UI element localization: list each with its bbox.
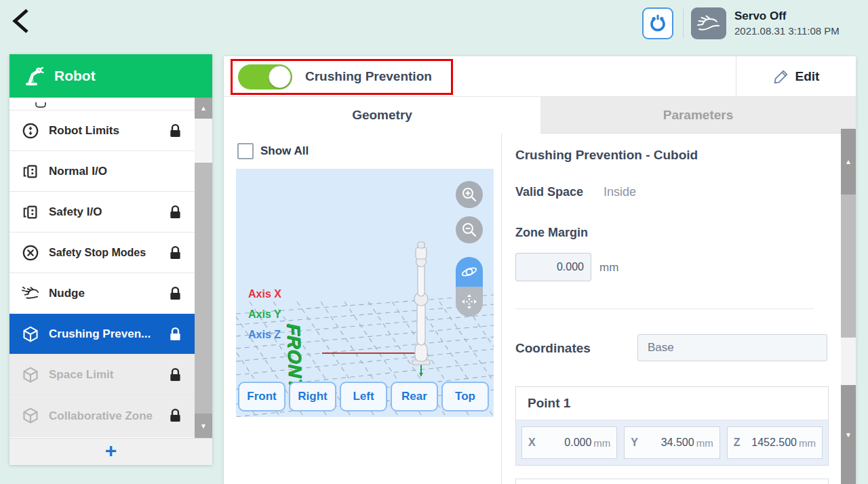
back-button[interactable] — [9, 7, 39, 38]
show-all-checkbox[interactable] — [237, 143, 254, 159]
scroll-up-button[interactable]: ▲ — [841, 129, 856, 195]
scrollbar-thumb[interactable] — [841, 195, 856, 338]
main-panel: Crushing Prevention Edit Geometry Parame… — [224, 56, 856, 484]
valid-space-label: Valid Space — [515, 185, 583, 199]
toggle-knob — [269, 66, 291, 88]
point1-z-field[interactable]: Z 1452.500 mm — [727, 426, 823, 459]
lock-icon — [167, 122, 184, 140]
partial-icon — [35, 102, 46, 108]
gripper-tool-button[interactable] — [642, 7, 673, 39]
hand-guide-icon — [696, 14, 721, 34]
lock-icon — [167, 325, 184, 343]
zone-margin-input[interactable]: 0.000 — [515, 253, 591, 281]
orbit-pan-control — [456, 257, 483, 317]
cube-icon — [22, 407, 39, 424]
zoom-out-icon — [461, 222, 477, 238]
servo-status: Servo Off — [734, 9, 787, 23]
lock-icon — [167, 244, 184, 262]
add-zone-button[interactable]: + — [9, 438, 212, 465]
robot-arm-icon — [24, 66, 45, 86]
zoom-in-icon — [461, 186, 477, 203]
sidebar-item-space-limit[interactable]: Space Limit — [9, 355, 212, 395]
lock-icon — [167, 407, 184, 424]
gripper-icon — [647, 13, 669, 35]
back-chevron-icon — [9, 7, 33, 34]
coordinates-select[interactable]: Base — [637, 334, 827, 361]
lock-icon — [167, 285, 184, 302]
sidebar-item-safety-stop-modes[interactable]: Safety Stop Modes — [9, 233, 212, 273]
stop-circle-icon — [22, 244, 39, 262]
zone-margin-unit: mm — [599, 261, 618, 275]
valid-space-value: Inside — [604, 185, 636, 199]
zoom-out-button[interactable] — [456, 216, 483, 243]
details-divider — [515, 308, 814, 309]
tab-geometry[interactable]: Geometry — [224, 97, 540, 134]
sidebar-title: Robot — [54, 68, 96, 84]
tab-bar: Geometry Parameters — [224, 97, 856, 134]
crushing-prevention-toggle[interactable] — [238, 64, 292, 89]
3d-viewport[interactable]: Axis X Axis Y Axis Z FRONT — [236, 169, 494, 417]
details-column: Crushing Prevention - Cuboid Valid Space… — [502, 134, 841, 484]
cube-icon — [22, 325, 39, 343]
point1-card: Point 1 X 0.000 mm Y 34.500 mm Z 1452.50 — [515, 386, 829, 466]
sidebar-item-partial[interactable] — [9, 98, 212, 110]
sidebar-item-crushing-prevention[interactable]: Crushing Preven... — [9, 314, 212, 355]
point1-x-field[interactable]: X 0.000 mm — [521, 426, 617, 459]
scroll-down-button[interactable]: ▼ — [195, 414, 212, 438]
main-header: Crushing Prevention Edit — [224, 56, 856, 97]
show-all-label: Show All — [260, 144, 309, 158]
axis-y-label: Axis Y — [248, 308, 281, 321]
view-top-button[interactable]: Top — [441, 382, 489, 411]
hand-guide-badge[interactable] — [691, 7, 726, 39]
details-scrollbar[interactable]: ▲ ▼ — [841, 129, 856, 484]
sidebar-header: Robot — [9, 54, 212, 98]
nudge-hand-icon — [22, 285, 39, 302]
sidebar-scrollbar[interactable]: ▲ ▼ — [195, 98, 212, 438]
sidebar-list: Robot Limits Normal I/O Safety I/O — [9, 98, 212, 437]
pan-arrows-icon — [460, 293, 478, 310]
zoom-in-button[interactable] — [456, 181, 483, 208]
tab-content: Show All — [224, 134, 856, 484]
axis-x-label: Axis X — [248, 288, 281, 300]
pencil-icon — [773, 68, 789, 85]
rotate-view-button[interactable] — [456, 257, 483, 287]
plus-icon: + — [105, 441, 117, 461]
scrollbar-thumb[interactable] — [195, 163, 212, 414]
point2-card-partial — [515, 479, 829, 484]
sidebar-item-collaborative-zone[interactable]: Collaborative Zone — [9, 395, 212, 437]
coordinates-label: Coordinates — [515, 341, 591, 356]
pan-view-button[interactable] — [456, 287, 483, 317]
show-all-control: Show All — [237, 143, 309, 159]
point1-y-field[interactable]: Y 34.500 mm — [624, 426, 719, 459]
io-icon — [22, 203, 39, 221]
robot-limits-icon — [22, 122, 39, 140]
scroll-up-button[interactable]: ▲ — [195, 98, 212, 119]
sidebar: Robot Robot Limits Normal I/O Safety I/O — [9, 54, 212, 465]
zone-margin-label: Zone Margin — [515, 226, 588, 240]
view-front-button[interactable]: Front — [238, 382, 285, 411]
axis-z-label: Axis Z — [248, 329, 281, 341]
sidebar-item-normal-io[interactable]: Normal I/O — [9, 151, 212, 192]
cube-icon — [22, 366, 39, 384]
toggle-label: Crushing Prevention — [305, 69, 432, 84]
view-buttons: Front Right Left Rear Top — [238, 382, 489, 411]
geometry-column: Show All — [224, 134, 502, 484]
scroll-down-button[interactable]: ▼ — [841, 385, 856, 484]
sidebar-item-nudge[interactable]: Nudge — [9, 273, 212, 314]
tab-parameters[interactable]: Parameters — [540, 97, 856, 134]
sidebar-item-robot-limits[interactable]: Robot Limits — [9, 110, 212, 151]
point1-fields: X 0.000 mm Y 34.500 mm Z 1452.500 mm — [516, 420, 828, 465]
lock-icon — [167, 203, 184, 221]
view-rear-button[interactable]: Rear — [391, 382, 438, 411]
status-timestamp: 2021.08.31 3:11:08 PM — [734, 25, 840, 37]
sidebar-item-safety-io[interactable]: Safety I/O — [9, 192, 212, 233]
edit-button[interactable]: Edit — [736, 56, 856, 97]
orbit-icon — [460, 263, 478, 281]
topbar-divider — [683, 9, 684, 38]
view-right-button[interactable]: Right — [289, 382, 336, 411]
point1-title: Point 1 — [516, 387, 828, 420]
io-icon — [22, 163, 39, 180]
lock-icon — [167, 366, 184, 384]
details-title: Crushing Prevention - Cuboid — [515, 148, 698, 163]
view-left-button[interactable]: Left — [340, 382, 387, 411]
